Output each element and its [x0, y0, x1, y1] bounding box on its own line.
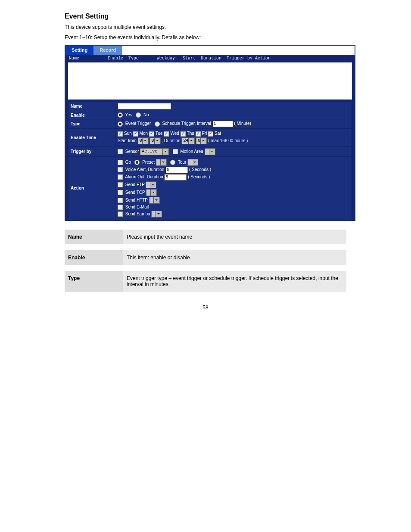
row-enable-label: Enable [68, 111, 115, 119]
event-list[interactable] [68, 62, 352, 100]
voice-duration-input[interactable] [165, 167, 188, 173]
day-sun: Sun [124, 131, 132, 136]
interval-unit: ( Minute) [234, 121, 251, 126]
start-from-label: Start from [118, 138, 137, 143]
day-mon: Mon [140, 131, 148, 136]
row-name-label: Name [68, 102, 115, 111]
def-type-v: Event trigger type – event trigger or sc… [123, 271, 346, 292]
day-wed: Wed [170, 131, 179, 136]
enable-yes-radio[interactable] [118, 112, 123, 118]
type-event-radio[interactable] [118, 121, 123, 127]
weekday-row: ✓Sun ✓Mon ✓Tue ✓Wed ✓Thu ✓Fri ✓Sat [118, 131, 349, 136]
column-header: Name Enable Type Weekday Start Duration … [65, 55, 355, 62]
samba-select[interactable] [151, 211, 162, 218]
tab-record[interactable]: Record [93, 46, 122, 55]
def-type-k: Type [65, 271, 123, 292]
send-tcp-checkbox[interactable] [118, 190, 123, 195]
send-ftp-checkbox[interactable] [118, 182, 123, 187]
send-samba-checkbox[interactable] [118, 212, 123, 217]
def-type: Type Event trigger type – event trigger … [65, 271, 346, 292]
page-number: 58 [65, 305, 346, 311]
send-http-checkbox[interactable] [118, 198, 123, 203]
motion-area-select[interactable] [205, 148, 215, 155]
chevron-down-icon [150, 190, 156, 196]
sensor-checkbox[interactable] [118, 149, 123, 154]
go-label: Go [125, 159, 131, 164]
alarm-out-checkbox[interactable] [118, 174, 123, 180]
section-heading: Event Setting [65, 11, 346, 21]
intro-p2: Event 1~10: Setup the events individuall… [65, 34, 346, 41]
chevron-down-icon [153, 197, 159, 203]
voice-alert-checkbox[interactable] [118, 167, 123, 172]
enable-yes-text: Yes [125, 112, 132, 117]
voice-alert-label: Voice Alert, Duration [125, 167, 165, 172]
day-wed-checkbox[interactable]: ✓ [164, 131, 169, 137]
tab-bar: Setting Record [65, 46, 355, 55]
motion-area-checkbox[interactable] [173, 149, 178, 154]
type-schedule-radio[interactable] [155, 121, 160, 127]
row-type-label: Type [68, 119, 115, 128]
duration-hour-select[interactable]: 24 [181, 137, 195, 144]
chevron-down-icon [142, 138, 148, 144]
enable-no-radio[interactable] [136, 112, 141, 118]
send-samba-label: Send Samba [125, 212, 150, 216]
http-select[interactable] [149, 197, 160, 204]
chevron-down-icon [188, 138, 194, 144]
send-tcp-label: Send TCP [125, 190, 145, 194]
sensor-state-select[interactable]: Active [140, 148, 169, 155]
def-enable-k: Enable [65, 250, 123, 265]
enable-no-text: No [143, 112, 149, 117]
name-input[interactable] [118, 103, 171, 109]
start-minute-select[interactable]: 0 [149, 137, 160, 144]
day-thu: Thu [187, 131, 194, 136]
day-sat-checkbox[interactable]: ✓ [208, 131, 213, 137]
row-trigger-label: Trigger by [68, 147, 115, 156]
row-action-label: Action [68, 157, 115, 220]
intro-p1: This device supports multiple event sett… [65, 24, 346, 31]
event-setting-panel: Setting Record Name Enable Type Weekday … [65, 45, 355, 221]
chevron-down-icon [160, 159, 166, 165]
chevron-down-icon [192, 159, 198, 165]
chevron-down-icon [156, 211, 162, 217]
tour-select[interactable] [187, 159, 198, 166]
preset-select[interactable] [156, 159, 167, 166]
send-email-checkbox[interactable] [118, 205, 123, 210]
preset-radio[interactable] [134, 160, 140, 165]
send-http-label: Send HTTP [125, 197, 148, 202]
day-mon-checkbox[interactable]: ✓ [133, 131, 138, 137]
chevron-down-icon [150, 182, 156, 188]
alarm-out-label: Alarm Out, Duration [125, 174, 163, 179]
ftp-select[interactable] [146, 181, 156, 188]
def-enable-v: This item: enable or disable [123, 250, 346, 265]
voice-unit: ( Seconds ) [189, 167, 211, 172]
preset-label: Preset [142, 159, 155, 164]
start-hour-select[interactable]: 0 [138, 137, 149, 144]
go-checkbox[interactable] [118, 160, 123, 165]
motion-area-label: Motion Area [180, 149, 203, 153]
day-thu-checkbox[interactable]: ✓ [181, 131, 186, 137]
tour-radio[interactable] [170, 160, 175, 165]
tour-label: Tour [178, 159, 186, 164]
def-name-k: Name [65, 230, 123, 244]
day-tue-checkbox[interactable]: ✓ [149, 131, 154, 137]
chevron-down-icon [200, 138, 206, 144]
def-name: Name Please input the event name [65, 230, 346, 244]
type-schedule-text: Schedule Trigger, Interval [162, 121, 211, 126]
def-enable: Enable This item: enable or disable [65, 250, 346, 265]
day-fri-checkbox[interactable]: ✓ [196, 131, 201, 137]
sensor-label: Sensor [125, 149, 139, 153]
alarm-duration-input[interactable] [164, 174, 187, 180]
chevron-down-icon [154, 138, 160, 144]
type-event-text: Event Trigger [125, 121, 151, 126]
day-fri: Fri [202, 131, 207, 136]
def-name-v: Please input the event name [123, 230, 346, 244]
tab-setting[interactable]: Setting [65, 46, 93, 55]
chevron-down-icon [209, 149, 215, 155]
duration-minute-select[interactable]: 0 [196, 137, 207, 144]
max-hours-text: ( max 168:00 hours ) [208, 138, 248, 143]
interval-input[interactable] [212, 121, 233, 127]
day-sun-checkbox[interactable]: ✓ [118, 131, 123, 137]
day-tue: Tue [156, 131, 163, 136]
tcp-select[interactable] [146, 189, 157, 196]
duration-label: , Duration [162, 138, 180, 143]
